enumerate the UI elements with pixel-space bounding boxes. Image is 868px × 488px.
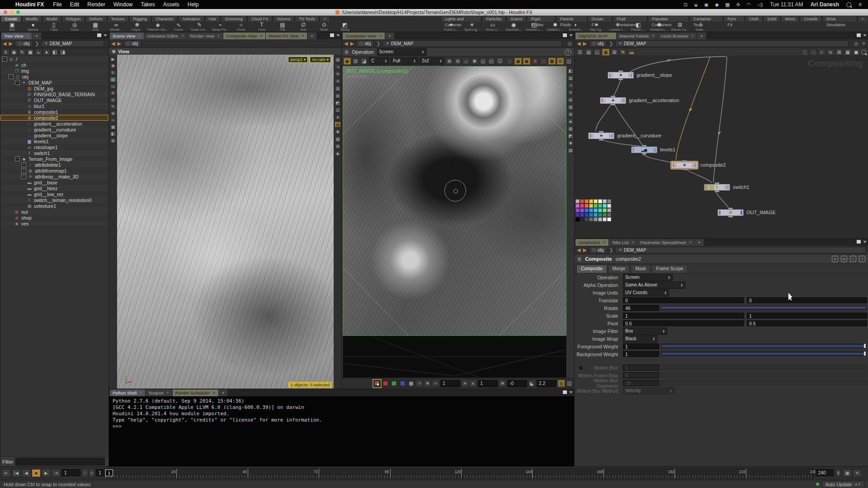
param-field[interactable]: 10: [623, 380, 659, 386]
shelf-tab-td-tools[interactable]: TD Tools: [295, 16, 319, 22]
palette-swatch[interactable]: [603, 208, 607, 212]
breadcrumb-dem-map[interactable]: ✦DEM_MAP: [615, 247, 866, 253]
shelf-tool-spot-lig-[interactable]: ☀Spot Lig...: [462, 22, 482, 32]
palette-swatch[interactable]: [580, 217, 584, 221]
network-node-composite2[interactable]: ❖: [671, 162, 698, 169]
shelf-tab-cloth[interactable]: Cloth: [745, 16, 763, 22]
viewport-tool-icon-5[interactable]: ◍: [335, 93, 341, 99]
breadcrumb-obj[interactable]: ⬡obj: [356, 40, 374, 47]
viewport-tool-icon-4[interactable]: ▭: [110, 84, 116, 89]
tree-item-finished-base-terrain[interactable]: ∅FINISHED_BASE_TERRAIN: [0, 91, 108, 97]
auto-update-dropdown[interactable]: Auto Update▲▼: [822, 481, 864, 488]
palette-swatch[interactable]: [585, 213, 589, 217]
shelf-tab-wires[interactable]: Wires: [781, 16, 799, 22]
node-color-palette[interactable]: [576, 199, 611, 221]
new-tab-button[interactable]: +: [219, 389, 228, 396]
pane-menu-icon[interactable]: [336, 34, 340, 37]
palette-swatch[interactable]: [607, 213, 611, 217]
collapse-icon[interactable]: −: [15, 156, 20, 161]
param-dropdown[interactable]: UV Coords▲▼: [623, 289, 669, 296]
breadcrumb-dem-map[interactable]: ✦DEM_MAP: [41, 40, 104, 47]
net-tool-icon-1[interactable]: ▤: [585, 49, 592, 56]
shelf-tool-geometr-[interactable]: ◉Geometr...: [503, 22, 524, 32]
volume-icon[interactable]: ◁): [757, 2, 763, 8]
viewport-tool-icon-5[interactable]: ▥: [567, 104, 574, 110]
shelf-tool-sphere[interactable]: ●Sphere: [23, 22, 43, 32]
tab-take-list[interactable]: Take List✕: [609, 239, 637, 246]
param-field[interactable]: 0: [623, 297, 744, 303]
close-tab-icon[interactable]: ✕: [181, 33, 184, 39]
blue-channel-button[interactable]: [399, 380, 406, 387]
tree-filter-icon-3[interactable]: ▣: [27, 49, 34, 56]
viewport-tool-icon-6[interactable]: ◎: [110, 97, 116, 103]
spotlight-search-icon[interactable]: [846, 2, 851, 7]
viewport-tool-icon-2[interactable]: ◑: [567, 82, 574, 88]
current-frame-marker[interactable]: 1: [105, 469, 113, 476]
back-icon[interactable]: ◀: [344, 41, 348, 46]
param-field[interactable]: 1: [623, 343, 659, 349]
filter-input[interactable]: [15, 458, 105, 465]
tab-parameter-spreadsheet[interactable]: Parameter Spreadsheet✕: [638, 239, 695, 246]
operation-dropdown[interactable]: Screen▲▼: [377, 48, 427, 56]
shelf-tab-pyro-fx[interactable]: Pyro FX: [723, 16, 745, 22]
close-tab-icon[interactable]: ✕: [217, 33, 220, 39]
viewport-tool-icon-8[interactable]: ✦: [335, 114, 341, 120]
shelf-tab-fluid-containers[interactable]: Fluid Containers: [613, 16, 647, 22]
param-dropdown[interactable]: Velocity▲▼: [623, 387, 675, 394]
param-slider[interactable]: [661, 343, 866, 348]
palette-swatch[interactable]: [589, 199, 593, 203]
shelf-tab-cloud-fx[interactable]: Cloud FX: [247, 16, 273, 22]
forward-icon[interactable]: ▶: [117, 41, 121, 46]
new-tab-button[interactable]: +: [307, 33, 316, 39]
viewport-tool-icon-2[interactable]: ↻: [110, 70, 116, 75]
net-tool-icon-3[interactable]: ▦: [602, 49, 609, 56]
rotate-handle-hud[interactable]: [444, 180, 466, 202]
viewport-tool-icon-11[interactable]: ◧: [110, 131, 116, 136]
shelf-tool-area-li-[interactable]: ▭Area Li...: [482, 22, 503, 32]
dropbox-icon[interactable]: ⬙: [694, 2, 698, 8]
param-field[interactable]: 46: [623, 305, 659, 311]
param-dropdown[interactable]: Screen▲▼: [623, 274, 673, 281]
tree-item-gradient-acceleration[interactable]: ∴gradient__acceleration: [0, 121, 108, 127]
tab-tree-view[interactable]: Tree View✕: [1, 33, 32, 39]
menu-user[interactable]: Ari Danesh: [811, 1, 839, 8]
shelf-tab-create[interactable]: Create: [1, 16, 21, 22]
palette-swatch[interactable]: [589, 213, 593, 217]
keyframe-options-button[interactable]: ▦: [843, 469, 852, 477]
net-tool-icon-0[interactable]: ☰: [576, 49, 584, 56]
zoom-out-icon[interactable]: ⊖: [454, 58, 462, 65]
viewer-layout-icon[interactable]: ◫: [566, 380, 573, 387]
shelf-tab-ocean-fx[interactable]: Ocean FX: [588, 16, 612, 22]
viewport-tool-icon-3[interactable]: ◇: [110, 77, 116, 82]
pin-icon[interactable]: ◎: [854, 41, 859, 47]
node-name-field[interactable]: composite2: [616, 256, 641, 262]
close-tab-icon[interactable]: ✕: [379, 33, 382, 39]
param-slider[interactable]: [661, 380, 866, 385]
palette-swatch[interactable]: [594, 217, 598, 221]
network-search-icon[interactable]: [861, 50, 866, 55]
net-view-icon-4[interactable]: ⊞: [835, 49, 843, 56]
viewport-tool-icon-6[interactable]: ◩: [335, 100, 341, 106]
alpha-channel-button[interactable]: ▦: [408, 380, 415, 387]
tree-filter-icon-0[interactable]: ≡: [2, 49, 9, 56]
tree-item-img[interactable]: ❒img: [0, 68, 108, 74]
shelf-tab-solid[interactable]: Solid: [763, 16, 780, 22]
palette-swatch[interactable]: [580, 208, 584, 212]
net-tool-icon-4[interactable]: ⊞: [611, 49, 618, 56]
tree-item-composite2[interactable]: ≣composite2: [0, 115, 108, 121]
tree-item-ch[interactable]: ◉ch: [0, 62, 108, 68]
tree-item-shop[interactable]: ◉shop: [0, 215, 108, 221]
palette-swatch[interactable]: [598, 199, 602, 203]
breadcrumb-obj[interactable]: ⬡obj: [123, 40, 141, 47]
palette-swatch[interactable]: [585, 204, 589, 208]
palette-swatch[interactable]: [576, 199, 580, 203]
net-tool-icon-6[interactable]: ▬: [628, 49, 635, 56]
pane-menu-icon[interactable]: [569, 34, 573, 37]
shelf-tab-animation[interactable]: Animation: [178, 16, 204, 22]
close-tab-icon[interactable]: ✕: [603, 239, 606, 246]
channel-dropdown[interactable]: C▲▼: [369, 57, 389, 65]
shelf-tool-metab-[interactable]: ∞Metab...: [106, 22, 127, 32]
palette-swatch[interactable]: [576, 217, 580, 221]
tab--obj-dem-map[interactable]: /obj/DEM_MAP✕: [576, 33, 616, 39]
viewport-tool-icon-0[interactable]: ▶: [110, 56, 116, 62]
